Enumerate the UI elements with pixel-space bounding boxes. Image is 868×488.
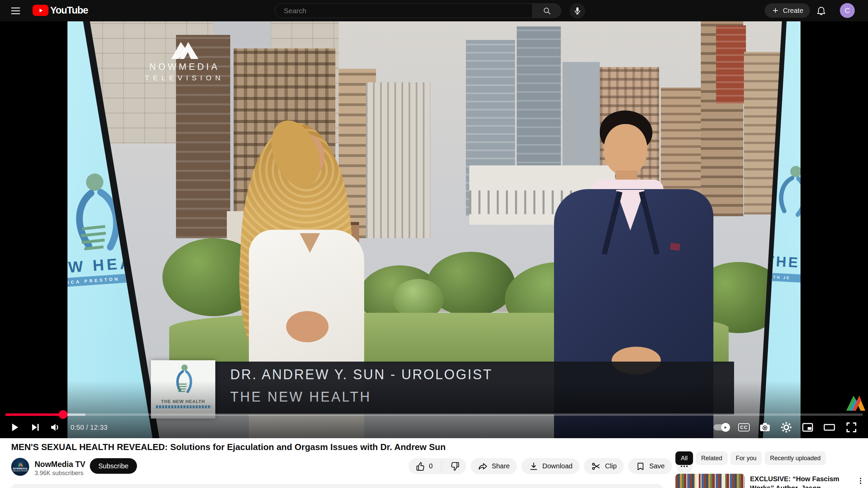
bookshelf-post	[695, 474, 699, 488]
cc-icon: CC	[738, 423, 750, 431]
left-panel-tagline-text: ICA PRESTON	[67, 276, 120, 285]
studio-watermark: NOWMEDIA TELEVISION	[144, 40, 225, 82]
bookshelf-post	[722, 474, 725, 488]
lower-third-show: THE NEW HEALTH	[230, 389, 709, 405]
video-player: NOWMEDIA TELEVISION	[0, 21, 868, 438]
search-icon	[542, 6, 551, 15]
autoplay-knob	[721, 423, 730, 432]
download-label: Download	[542, 462, 573, 470]
lower-third-logo-box: THE NEW HEALTH	[151, 360, 215, 419]
gear-icon	[780, 421, 792, 433]
share-button[interactable]: Share	[471, 458, 517, 474]
like-count: 0	[429, 462, 433, 470]
voice-search-button[interactable]	[570, 3, 585, 19]
volume-button[interactable]	[50, 422, 61, 433]
volume-icon	[50, 422, 61, 433]
studio-watermark-line2: TELEVISION	[144, 74, 225, 82]
player-controls-right: CC	[713, 418, 858, 437]
logo-box-title: THE NEW HEALTH	[161, 399, 205, 404]
lower-third-banner: DR. ANDREW Y. SUN - UROLOGIST THE NEW HE…	[215, 362, 734, 414]
like-button[interactable]: 0	[409, 458, 437, 474]
recommendation-title-line1[interactable]: EXCLUSIVE: “How Fascism	[750, 474, 846, 484]
thumbs-up-icon	[415, 461, 426, 471]
download-icon	[529, 461, 539, 471]
channel-watermark-icon[interactable]	[845, 393, 866, 413]
next-button[interactable]	[30, 422, 41, 433]
channel-avatar-line1: NOWMEDIA	[13, 467, 28, 470]
bookmark-icon	[635, 461, 646, 471]
time-display: 0:50 / 12:33	[71, 424, 107, 431]
channel-avatar[interactable]: NOWMEDIA TELEVISION	[11, 458, 29, 476]
like-dislike-group: 0	[409, 458, 466, 474]
logo-box-bar	[155, 405, 211, 408]
search-button[interactable]	[532, 3, 561, 18]
notifications-bell-icon[interactable]	[815, 4, 828, 17]
chip-related[interactable]: Related	[696, 451, 728, 465]
download-button[interactable]: Download	[521, 458, 580, 474]
create-label: Create	[783, 7, 803, 15]
divider	[441, 462, 441, 471]
player-controls-left: 0:50 / 12:33	[9, 418, 107, 437]
nowmedia-m-icon	[169, 40, 200, 60]
plus-icon	[771, 6, 780, 15]
description-box[interactable]	[11, 484, 663, 488]
next-icon	[30, 422, 41, 433]
subscribe-button[interactable]: Subscribe	[90, 458, 137, 474]
thumbs-down-icon	[450, 461, 460, 471]
search-bar	[275, 3, 561, 18]
studio-watermark-line1: NOWMEDIA	[144, 62, 225, 72]
new-health-figure-icon	[173, 363, 194, 398]
channel-avatar-line2: TELEVISION	[12, 470, 28, 472]
related-filter-chips: All Related For you Recently uploaded	[675, 451, 826, 465]
building	[716, 25, 746, 103]
recommendation-menu-button[interactable]	[856, 476, 865, 486]
nowmedia-m-icon	[17, 462, 24, 467]
microphone-icon	[573, 6, 582, 15]
youtube-logo[interactable]: YouTube	[33, 5, 88, 16]
lower-third-name: DR. ANDREW Y. SUN - UROLOGIST	[230, 366, 709, 383]
screenshot-button[interactable]	[759, 421, 771, 433]
recommendation-thumbnail[interactable]	[675, 474, 745, 488]
clip-label: Clip	[605, 462, 616, 470]
camera-icon	[759, 421, 771, 433]
pocket-square	[670, 243, 680, 250]
subscribe-label: Subscribe	[98, 462, 129, 470]
share-icon	[478, 461, 488, 471]
miniplayer-button[interactable]	[802, 421, 814, 433]
progress-played	[5, 413, 63, 416]
avatar-initial: C	[845, 6, 850, 15]
channel-name[interactable]: NowMedia TV	[35, 460, 85, 469]
play-icon	[9, 421, 21, 433]
more-vertical-icon	[856, 476, 865, 486]
recommendation-item[interactable]: EXCLUSIVE: “How Fascism Works” Author, J…	[675, 474, 868, 488]
progress-bar[interactable]	[5, 413, 863, 416]
autoplay-toggle[interactable]	[713, 424, 729, 430]
save-label: Save	[649, 462, 665, 470]
captions-button[interactable]: CC	[738, 423, 750, 431]
chip-for-you[interactable]: For you	[730, 451, 762, 465]
fullscreen-icon	[845, 421, 858, 434]
hamburger-menu-icon[interactable]	[9, 5, 22, 17]
settings-button[interactable]	[780, 421, 792, 433]
dislike-button[interactable]	[445, 458, 466, 474]
video-surface[interactable]: NOWMEDIA TELEVISION	[67, 21, 801, 438]
subscriber-count: 3.96K subscribers	[35, 470, 83, 477]
save-button[interactable]: Save	[628, 458, 672, 474]
chip-recently-uploaded[interactable]: Recently uploaded	[765, 451, 826, 465]
man-face	[604, 124, 647, 176]
miniplayer-icon	[802, 421, 814, 433]
woman-hands	[286, 311, 329, 342]
scissors-icon	[591, 461, 601, 471]
chip-all[interactable]: All	[675, 451, 693, 465]
play-button[interactable]	[9, 421, 21, 433]
theater-mode-button[interactable]	[823, 421, 836, 433]
woman-neckline	[300, 233, 320, 253]
account-avatar[interactable]: C	[840, 3, 855, 18]
video-actions: 0 Share Download	[409, 458, 692, 474]
recommendation-title-line2[interactable]: Works” Author, Jason Stanley	[750, 484, 846, 488]
create-button[interactable]: Create	[765, 3, 810, 18]
fullscreen-button[interactable]	[845, 421, 858, 434]
share-label: Share	[492, 462, 510, 470]
clip-button[interactable]: Clip	[584, 458, 624, 474]
search-input[interactable]	[275, 3, 532, 18]
